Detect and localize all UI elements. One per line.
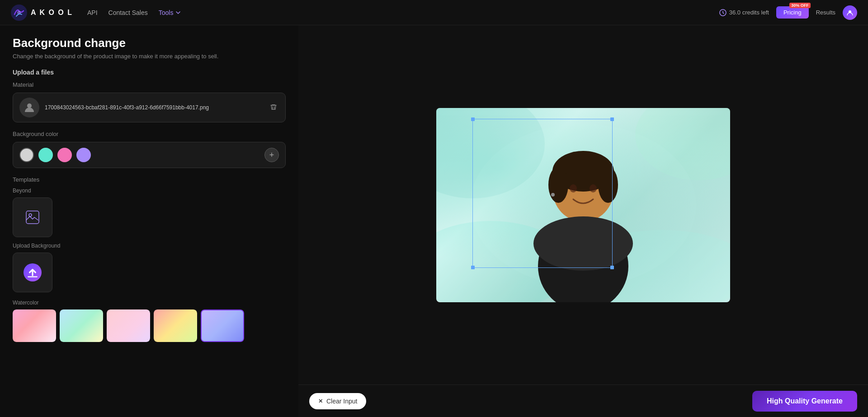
preview-container (436, 108, 730, 302)
delete-file-button[interactable] (268, 102, 279, 114)
watercolor-preview-1 (13, 309, 56, 342)
watercolor-preview-5 (201, 309, 244, 342)
svg-point-6 (29, 214, 32, 216)
svg-rect-5 (26, 211, 39, 224)
credits-badge: 36.0 credits left (719, 9, 769, 16)
svg-point-18 (590, 184, 597, 192)
file-name: 1700843024563-bcbaf281-891c-40f3-a912-6d… (45, 104, 263, 111)
material-label: Material (13, 81, 286, 88)
nav-right: 36.0 credits left Pricing 30% OFF Result… (719, 5, 857, 20)
credits-icon (719, 9, 726, 16)
person-icon (23, 101, 36, 114)
bg-canvas (436, 108, 730, 302)
page-title: Background change (13, 36, 286, 50)
bg-color-label: Background color (13, 131, 286, 137)
trash-icon (270, 103, 277, 111)
swatch-purple[interactable] (76, 148, 91, 162)
preview-background (436, 108, 730, 302)
pricing-button[interactable]: Pricing 30% OFF (776, 6, 809, 19)
watercolor-label: Watercolor (13, 300, 286, 306)
file-row: 1700843024563-bcbaf281-891c-40f3-a912-6d… (13, 93, 286, 122)
upload-bg-label: Upload Background (13, 243, 286, 249)
nav-api[interactable]: API (87, 9, 98, 16)
templates-label: Templates (13, 176, 286, 183)
image-placeholder-icon (25, 210, 40, 225)
chevron-down-icon (175, 9, 181, 16)
upload-icon (25, 265, 40, 280)
logo-text: A K O O L (31, 9, 73, 17)
right-panel: ✕ Clear Input High Quality Generate (298, 25, 868, 417)
action-bar: ✕ Clear Input High Quality Generate (298, 384, 868, 417)
watercolor-thumb-1[interactable] (13, 309, 56, 342)
clear-x-icon: ✕ (318, 398, 323, 404)
svg-point-17 (570, 184, 577, 192)
preview-area (298, 25, 868, 384)
bg-color-section: Background color + (13, 131, 286, 168)
svg-point-15 (548, 167, 568, 203)
nav-links: API Contact Sales Tools (87, 9, 705, 16)
upload-icon-circle (24, 263, 42, 281)
beyond-template-card[interactable] (13, 197, 52, 237)
upload-section-label: Upload a files (13, 69, 286, 76)
templates-section: Templates Beyond Upload Background (13, 176, 286, 292)
main-layout: Background change Change the background … (0, 25, 868, 417)
logo[interactable]: A K O O L (11, 5, 73, 21)
pricing-badge: 30% OFF (789, 3, 811, 8)
results-link[interactable]: Results (816, 9, 835, 16)
watercolor-thumb-5[interactable] (201, 309, 244, 342)
avatar[interactable] (843, 5, 857, 20)
upload-background-card[interactable] (13, 253, 52, 292)
svg-point-4 (27, 103, 32, 108)
person-container (506, 122, 660, 302)
color-swatches: + (13, 142, 286, 168)
watercolor-thumb-2[interactable] (60, 309, 103, 342)
svg-point-19 (551, 193, 555, 197)
swatch-white[interactable] (19, 148, 34, 162)
watercolor-preview-4 (154, 309, 197, 342)
nav-contact-sales[interactable]: Contact Sales (108, 9, 148, 16)
watercolor-thumbnails (13, 309, 286, 342)
file-thumbnail (19, 98, 39, 117)
watercolor-preview-3 (107, 309, 150, 342)
generate-button[interactable]: High Quality Generate (752, 391, 857, 412)
person-silhouette (506, 122, 660, 302)
clear-input-button[interactable]: ✕ Clear Input (309, 393, 366, 409)
nav-tools[interactable]: Tools (159, 9, 182, 16)
watercolor-preview-2 (60, 309, 103, 342)
swatch-pink[interactable] (57, 148, 72, 162)
page-subtitle: Change the background of the product ima… (13, 53, 286, 60)
svg-point-21 (533, 216, 633, 271)
beyond-label: Beyond (13, 187, 286, 194)
svg-point-16 (598, 167, 618, 203)
swatch-teal[interactable] (38, 148, 53, 162)
watercolor-thumb-4[interactable] (154, 309, 197, 342)
watercolor-thumb-3[interactable] (107, 309, 150, 342)
left-panel: Background change Change the background … (0, 25, 298, 417)
user-icon (846, 9, 854, 16)
add-color-button[interactable]: + (264, 148, 279, 162)
navbar: A K O O L API Contact Sales Tools 36.0 c… (0, 0, 868, 25)
watercolor-section: Watercolor (13, 300, 286, 342)
